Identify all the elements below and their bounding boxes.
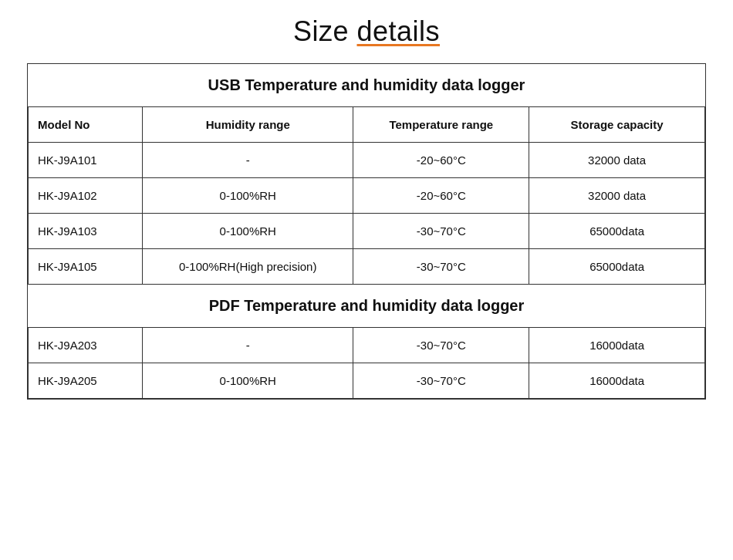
temp-cell: -20~60°C — [353, 143, 529, 178]
table-row: HK-J9A203 - -30~70°C 16000data — [29, 328, 705, 363]
table-row: HK-J9A205 0-100%RH -30~70°C 16000data — [29, 363, 705, 399]
temp-cell: -30~70°C — [353, 363, 529, 399]
column-header-row: Model No Humidity range Temperature rang… — [29, 107, 705, 143]
col-humidity: Humidity range — [143, 107, 353, 143]
table-row: HK-J9A101 - -20~60°C 32000 data — [29, 143, 705, 178]
humidity-cell: 0-100%RH — [143, 214, 353, 249]
table-row: HK-J9A103 0-100%RH -30~70°C 65000data — [29, 214, 705, 249]
humidity-cell: 0-100%RH — [143, 363, 353, 399]
title-part2: details — [356, 15, 440, 47]
model-cell: HK-J9A105 — [29, 249, 143, 285]
storage-cell: 65000data — [529, 249, 705, 285]
temp-cell: -30~70°C — [353, 249, 529, 285]
col-temp: Temperature range — [353, 107, 529, 143]
col-storage: Storage capacity — [529, 107, 705, 143]
humidity-cell: 0-100%RH — [143, 178, 353, 214]
humidity-cell: - — [143, 143, 353, 178]
storage-cell: 65000data — [529, 214, 705, 249]
page-title-wrapper: Size details — [293, 15, 440, 48]
model-cell: HK-J9A205 — [29, 363, 143, 399]
pdf-section-header: PDF Temperature and humidity data logger — [29, 285, 705, 328]
temp-cell: -20~60°C — [353, 178, 529, 214]
table-row: HK-J9A105 0-100%RH(High precision) -30~7… — [29, 249, 705, 285]
model-cell: HK-J9A102 — [29, 178, 143, 214]
temp-cell: -30~70°C — [353, 214, 529, 249]
model-cell: HK-J9A203 — [29, 328, 143, 363]
col-model-no: Model No — [29, 107, 143, 143]
humidity-cell: 0-100%RH(High precision) — [143, 249, 353, 285]
storage-cell: 16000data — [529, 328, 705, 363]
main-table-container: USB Temperature and humidity data logger… — [27, 63, 706, 400]
humidity-cell: - — [143, 328, 353, 363]
usb-section-header-row: USB Temperature and humidity data logger — [29, 64, 705, 107]
usb-section-header: USB Temperature and humidity data logger — [29, 64, 705, 107]
model-cell: HK-J9A103 — [29, 214, 143, 249]
size-details-table: USB Temperature and humidity data logger… — [28, 64, 705, 399]
storage-cell: 32000 data — [529, 143, 705, 178]
page-title: Size details — [293, 15, 440, 48]
table-row: HK-J9A102 0-100%RH -20~60°C 32000 data — [29, 178, 705, 214]
storage-cell: 32000 data — [529, 178, 705, 214]
pdf-section-header-row: PDF Temperature and humidity data logger — [29, 285, 705, 328]
storage-cell: 16000data — [529, 363, 705, 399]
temp-cell: -30~70°C — [353, 328, 529, 363]
model-cell: HK-J9A101 — [29, 143, 143, 178]
title-part1: Size — [293, 15, 357, 47]
